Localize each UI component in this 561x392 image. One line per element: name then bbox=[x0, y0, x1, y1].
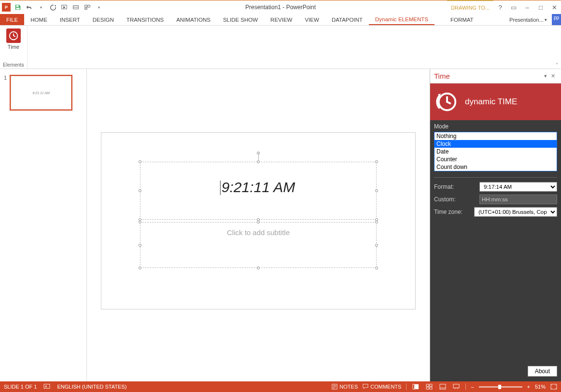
tab-transitions[interactable]: TRANSITIONS bbox=[120, 14, 170, 25]
ppt-app-icon: P bbox=[2, 3, 11, 12]
task-pane-banner-text: dynamic TIME bbox=[465, 97, 517, 107]
svg-rect-7 bbox=[85, 8, 87, 10]
zoom-out-button[interactable]: – bbox=[471, 384, 474, 390]
undo-icon[interactable] bbox=[25, 3, 34, 12]
svg-rect-17 bbox=[426, 384, 429, 386]
mode-option-date[interactable]: Date bbox=[435, 148, 557, 155]
task-pane-title: Time bbox=[434, 72, 542, 80]
tab-review[interactable]: REVIEW bbox=[264, 14, 298, 25]
start-from-beginning-icon[interactable] bbox=[60, 3, 69, 12]
mode-label: Mode bbox=[430, 120, 561, 132]
mode-option-nothing[interactable]: Nothing bbox=[435, 132, 557, 140]
task-pane-menu-button[interactable]: ▾ bbox=[542, 73, 549, 79]
svg-rect-10 bbox=[44, 384, 50, 389]
close-button[interactable]: ✕ bbox=[547, 0, 561, 14]
ribbon-group-label: Elements bbox=[3, 62, 24, 68]
mode-option-clock[interactable]: Clock bbox=[435, 140, 557, 148]
slide-thumbnail[interactable]: 1 9:21:11 AM bbox=[4, 75, 83, 111]
slide-counter[interactable]: SLIDE 1 OF 1 bbox=[4, 384, 37, 390]
help-button[interactable]: ? bbox=[493, 0, 507, 14]
timezone-select[interactable]: (UTC+01:00) Brussels, Cop bbox=[474, 207, 557, 217]
svg-rect-0 bbox=[16, 5, 19, 7]
ribbon-display-options[interactable]: ▭ bbox=[507, 0, 520, 14]
account-badge[interactable]: pp bbox=[552, 14, 561, 25]
zoom-in-button[interactable]: + bbox=[527, 384, 530, 390]
svg-rect-5 bbox=[85, 5, 87, 7]
mode-option-counter[interactable]: Counter bbox=[435, 155, 557, 163]
clock-icon bbox=[6, 28, 21, 43]
qat-icon-6[interactable] bbox=[83, 3, 92, 12]
dynamic-time-icon bbox=[436, 91, 458, 113]
zoom-value[interactable]: 51% bbox=[535, 384, 546, 390]
divider bbox=[434, 177, 557, 178]
tab-datapoint[interactable]: DATAPOINT bbox=[325, 14, 369, 25]
minimize-button[interactable]: – bbox=[520, 0, 534, 14]
notes-icon bbox=[332, 384, 337, 390]
normal-view-button[interactable] bbox=[411, 383, 420, 390]
slide-thumbnail-panel: 1 9:21:11 AM bbox=[0, 69, 87, 381]
task-pane-header: Time ▾ ✕ bbox=[430, 69, 561, 84]
tab-dynamic-elements[interactable]: Dynamic ELEMENTS bbox=[369, 14, 435, 25]
presentation-menu[interactable]: Presentation... ▾ bbox=[506, 14, 550, 25]
timezone-label: Time zone: bbox=[434, 209, 470, 215]
chevron-down-icon: ▾ bbox=[545, 17, 547, 22]
qat-customize-dropdown[interactable]: ▾ bbox=[95, 3, 103, 12]
slide-thumbnail-text: 9:21:11 AM bbox=[32, 91, 50, 95]
save-icon[interactable] bbox=[14, 3, 22, 12]
slide-thumbnail-number: 1 bbox=[4, 75, 7, 111]
tab-animations[interactable]: ANIMATIONS bbox=[170, 14, 217, 25]
undo-dropdown[interactable]: ▾ bbox=[37, 3, 45, 12]
time-button-label: Time bbox=[8, 44, 19, 50]
tab-format[interactable]: FORMAT bbox=[444, 14, 480, 25]
slide-editor[interactable]: 9:21:11 AM Click to add subtitle bbox=[87, 69, 430, 381]
task-pane-banner: dynamic TIME bbox=[430, 84, 561, 120]
tab-home[interactable]: HOME bbox=[24, 14, 54, 25]
tab-view[interactable]: VIEW bbox=[298, 14, 325, 25]
main-area: 1 9:21:11 AM 9:21:11 AM bbox=[0, 69, 561, 381]
fit-to-window-button[interactable] bbox=[550, 384, 557, 390]
redo-icon[interactable] bbox=[48, 3, 57, 12]
svg-rect-6 bbox=[88, 5, 90, 7]
comments-button[interactable]: COMMENTS bbox=[363, 384, 401, 390]
slide-sorter-view-button[interactable] bbox=[425, 383, 434, 390]
mode-option-count-down[interactable]: Count down bbox=[435, 163, 557, 171]
status-bar: SLIDE 1 OF 1 ENGLISH (UNITED STATES) NOT… bbox=[0, 381, 561, 392]
svg-rect-19 bbox=[426, 387, 429, 389]
tab-design[interactable]: DESIGN bbox=[86, 14, 120, 25]
ribbon-tabs: FILE HOMEINSERTDESIGNTRANSITIONSANIMATIO… bbox=[0, 14, 561, 26]
zoom-slider[interactable] bbox=[479, 386, 522, 388]
svg-rect-21 bbox=[440, 384, 446, 389]
tab-slide-show[interactable]: SLIDE SHOW bbox=[217, 14, 264, 25]
svg-rect-23 bbox=[453, 384, 459, 388]
title-text[interactable]: 9:21:11 AM bbox=[222, 179, 295, 196]
spellcheck-icon[interactable] bbox=[43, 384, 50, 390]
slide-thumbnail-preview: 9:21:11 AM bbox=[10, 75, 72, 111]
quick-access-toolbar: P ▾ ▾ bbox=[0, 3, 103, 12]
tab-insert[interactable]: INSERT bbox=[54, 14, 86, 25]
about-button[interactable]: About bbox=[528, 366, 557, 377]
restore-button[interactable]: □ bbox=[534, 0, 547, 14]
language-status[interactable]: ENGLISH (UNITED STATES) bbox=[57, 384, 126, 390]
subtitle-textbox[interactable]: Click to add subtitle bbox=[140, 222, 377, 268]
qat-icon-5[interactable] bbox=[71, 3, 80, 12]
comments-icon bbox=[363, 384, 368, 390]
custom-label: Custom: bbox=[434, 196, 476, 203]
comments-label: COMMENTS bbox=[370, 384, 401, 390]
mode-listbox[interactable]: NothingClockDateCounterCount down bbox=[434, 132, 557, 171]
subtitle-placeholder[interactable]: Click to add subtitle bbox=[227, 228, 290, 237]
presentation-menu-label: Presentation... bbox=[509, 17, 544, 23]
custom-input[interactable] bbox=[479, 195, 557, 204]
svg-rect-18 bbox=[430, 384, 432, 386]
collapse-ribbon-button[interactable]: ˄ bbox=[556, 62, 558, 68]
format-select[interactable]: 9:17:14 AM bbox=[479, 182, 557, 192]
task-pane-close-button[interactable]: ✕ bbox=[549, 73, 557, 79]
tab-file[interactable]: FILE bbox=[0, 14, 24, 25]
time-button[interactable]: Time bbox=[4, 28, 23, 51]
reading-view-button[interactable] bbox=[438, 383, 447, 390]
svg-rect-1 bbox=[16, 8, 20, 10]
notes-button[interactable]: NOTES bbox=[332, 384, 358, 390]
slideshow-view-button[interactable] bbox=[452, 383, 461, 390]
title-textbox[interactable]: 9:21:11 AM bbox=[140, 162, 377, 220]
format-label: Format: bbox=[434, 183, 476, 190]
slide-canvas[interactable]: 9:21:11 AM Click to add subtitle bbox=[101, 133, 415, 309]
